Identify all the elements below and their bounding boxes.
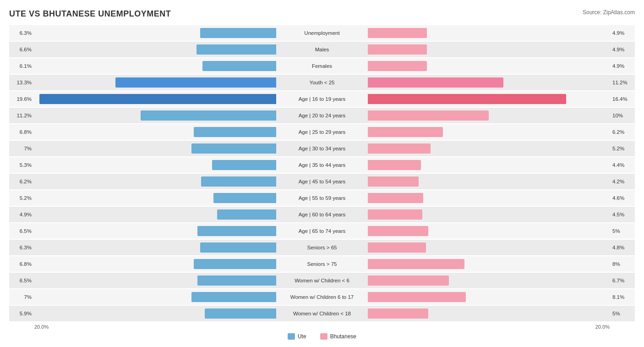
chart-row: 6.3% Unemployment 4.9% — [9, 25, 635, 41]
right-value: 4.8% — [610, 245, 635, 250]
bar-area: Youth < 25 — [34, 75, 610, 90]
right-value: 4.2% — [610, 179, 635, 184]
chart-row: 5.2% Age | 55 to 59 years 4.6% — [9, 190, 635, 206]
row-label: Age | 35 to 44 years — [276, 162, 368, 168]
bar-area: Age | 60 to 64 years — [34, 207, 610, 222]
ute-bar — [197, 226, 276, 236]
left-bar-container — [34, 143, 276, 154]
chart-row: 7% Age | 30 to 34 years 5.2% — [9, 141, 635, 156]
ute-bar — [194, 259, 276, 269]
bar-area: Age | 55 to 59 years — [34, 190, 610, 206]
right-bar-container — [368, 28, 610, 38]
right-bar-container — [368, 127, 610, 137]
chart-body: 6.3% Unemployment 4.9% 6.6% Males — [9, 25, 635, 321]
bhutanese-bar — [368, 77, 503, 88]
ute-bar — [115, 77, 276, 88]
right-bar-container — [368, 308, 610, 319]
left-bar-container — [34, 110, 276, 121]
bar-area: Females — [34, 58, 610, 74]
right-value: 4.9% — [610, 63, 635, 69]
right-value: 4.9% — [610, 30, 635, 36]
left-value: 6.5% — [9, 278, 34, 283]
ute-bar — [196, 44, 276, 55]
left-bar-container — [34, 160, 276, 170]
right-bar-container — [368, 44, 610, 55]
ute-color-box — [288, 333, 295, 340]
left-value: 19.6% — [9, 96, 34, 102]
bhutanese-color-box — [320, 333, 327, 340]
right-bar-container — [368, 176, 610, 187]
bar-area: Women w/ Children < 18 — [34, 306, 610, 321]
left-bar-container — [34, 209, 276, 220]
right-value: 6.2% — [610, 129, 635, 135]
right-value: 8% — [610, 261, 635, 267]
left-value: 6.3% — [9, 245, 34, 250]
bhutanese-bar — [368, 94, 566, 104]
right-value: 16.4% — [610, 96, 635, 102]
right-value: 4.9% — [610, 47, 635, 52]
chart-row: 13.3% Youth < 25 11.2% — [9, 75, 635, 90]
right-bar-container — [368, 259, 610, 269]
left-value: 6.8% — [9, 261, 34, 267]
row-label: Females — [276, 63, 368, 69]
chart-source: Source: ZipAtlas.com — [583, 9, 635, 16]
right-bar-container — [368, 275, 610, 286]
ute-bar — [39, 94, 276, 104]
left-value: 5.3% — [9, 162, 34, 168]
left-bar-container — [34, 28, 276, 38]
row-label: Age | 60 to 64 years — [276, 212, 368, 217]
bhutanese-bar — [368, 209, 422, 220]
right-bar-container — [368, 242, 610, 253]
chart-row: 6.8% Age | 25 to 29 years 6.2% — [9, 124, 635, 140]
right-value: 6.7% — [610, 278, 635, 283]
ute-bar — [197, 275, 276, 286]
bar-area: Seniors > 65 — [34, 240, 610, 255]
row-label: Women w/ Children < 18 — [276, 311, 368, 316]
ute-bar — [217, 209, 276, 220]
chart-row: 4.9% Age | 60 to 64 years 4.5% — [9, 207, 635, 222]
left-bar-container — [34, 259, 276, 269]
chart-row: 6.5% Women w/ Children < 6 6.7% — [9, 273, 635, 288]
chart-row: 6.1% Females 4.9% — [9, 58, 635, 74]
row-label: Age | 25 to 29 years — [276, 129, 368, 135]
bar-area: Males — [34, 42, 610, 57]
bhutanese-bar — [368, 160, 421, 170]
bar-area: Women w/ Children 6 to 17 — [34, 289, 610, 305]
left-value: 7% — [9, 146, 34, 151]
left-value: 6.6% — [9, 47, 34, 52]
bar-area: Age | 25 to 29 years — [34, 124, 610, 140]
right-bar-container — [368, 110, 610, 121]
bar-area: Age | 30 to 34 years — [34, 141, 610, 156]
right-value: 5% — [610, 311, 635, 316]
chart-row: 6.5% Age | 65 to 74 years 5% — [9, 223, 635, 239]
ute-bar — [212, 160, 276, 170]
left-value: 5.9% — [9, 311, 34, 316]
chart-row: 6.6% Males 4.9% — [9, 42, 635, 57]
row-label: Seniors > 65 — [276, 245, 368, 250]
row-label: Age | 45 to 54 years — [276, 179, 368, 184]
left-value: 6.2% — [9, 179, 34, 184]
left-value: 6.5% — [9, 228, 34, 234]
chart-title: UTE VS BHUTANESE UNEMPLOYMENT — [9, 9, 171, 19]
left-bar-container — [34, 308, 276, 319]
left-value: 5.2% — [9, 195, 34, 201]
right-bar-container — [368, 160, 610, 170]
right-bar-container — [368, 94, 610, 104]
ute-bar — [191, 143, 276, 154]
bhutanese-bar — [368, 275, 449, 286]
right-value: 5.2% — [610, 146, 635, 151]
row-label: Women w/ Children < 6 — [276, 278, 368, 283]
bhutanese-bar — [368, 259, 464, 269]
left-value: 13.3% — [9, 80, 34, 85]
bhutanese-bar — [368, 127, 443, 137]
right-value: 10% — [610, 113, 635, 118]
left-bar-container — [34, 94, 276, 104]
ute-bar — [141, 110, 276, 121]
row-label: Age | 16 to 19 years — [276, 96, 368, 102]
bhutanese-bar — [368, 193, 423, 203]
right-bar-container — [368, 209, 610, 220]
bhutanese-bar — [368, 143, 431, 154]
chart-row: 5.3% Age | 35 to 44 years 4.4% — [9, 157, 635, 173]
legend-ute: Ute — [288, 333, 306, 340]
right-value: 4.5% — [610, 212, 635, 217]
